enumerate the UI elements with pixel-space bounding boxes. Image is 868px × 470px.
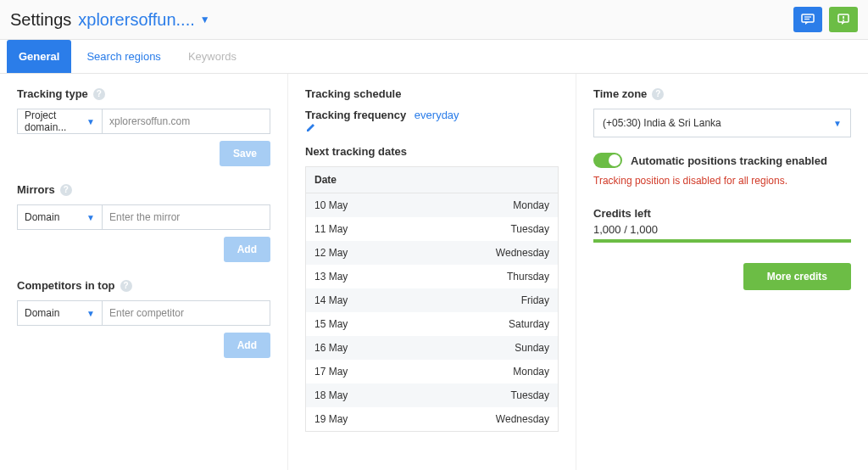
competitors-label: Competitors in top ? <box>17 279 270 292</box>
chat-button[interactable] <box>793 7 822 32</box>
add-mirror-button[interactable]: Add <box>224 237 270 262</box>
add-competitor-button[interactable]: Add <box>224 333 270 358</box>
weekday-cell: Wednesday <box>496 413 549 425</box>
table-row: 19 MayWednesday <box>306 407 558 431</box>
auto-tracking-label: Automatic positions tracking enabled <box>631 154 827 167</box>
competitors-section: Competitors in top ? Domain ▼ Enter comp… <box>17 279 270 358</box>
help-icon[interactable]: ? <box>652 88 664 100</box>
tracking-type-panel: Tracking type ? Project domain... ▼ xplo… <box>0 74 288 470</box>
mirrors-section: Mirrors ? Domain ▼ Enter the mirror Add <box>17 183 270 262</box>
page-title: Settings <box>10 10 71 30</box>
dates-table: Date 10 MayMonday11 MayTuesday12 MayWedn… <box>305 166 559 432</box>
feedback-icon <box>837 13 850 26</box>
mirrors-select-value: Domain <box>25 211 59 223</box>
timezone-value: (+05:30) India & Sri Lanka <box>603 117 721 129</box>
competitors-select-value: Domain <box>25 307 59 319</box>
date-cell: 14 May <box>314 294 348 306</box>
tab-general[interactable]: General <box>7 40 71 73</box>
help-icon[interactable]: ? <box>60 184 72 196</box>
weekday-cell: Saturday <box>509 318 549 330</box>
svg-rect-0 <box>802 14 814 22</box>
date-cell: 15 May <box>314 318 348 330</box>
weekday-cell: Friday <box>521 294 549 306</box>
credits-value: 1,000 / 1,000 <box>593 223 851 236</box>
table-row: 17 MayMonday <box>306 360 558 383</box>
tab-search-regions[interactable]: Search regions <box>75 40 172 73</box>
header-left: Settings xplorersoffun.... ▼ <box>10 10 210 30</box>
weekday-cell: Wednesday <box>496 247 549 259</box>
svg-point-5 <box>843 20 844 21</box>
table-row: 18 MayTuesday <box>306 383 558 407</box>
date-cell: 13 May <box>314 271 348 283</box>
date-cell: 18 May <box>314 389 348 401</box>
mirrors-input[interactable]: Enter the mirror <box>102 204 270 230</box>
tracking-frequency-row: Tracking frequency everyday <box>305 109 559 133</box>
weekday-cell: Tuesday <box>510 223 549 235</box>
competitors-input[interactable]: Enter competitor <box>102 300 270 326</box>
date-cell: 10 May <box>314 199 348 211</box>
tracking-type-section: Tracking type ? Project domain... ▼ xplo… <box>17 87 270 166</box>
chat-icon <box>801 14 815 25</box>
dates-body: 10 MayMonday11 MayTuesday12 MayWednesday… <box>306 193 558 431</box>
competitors-select[interactable]: Domain ▼ <box>17 300 102 326</box>
mirrors-text: Mirrors <box>17 183 55 196</box>
table-row: 11 MayTuesday <box>306 217 558 241</box>
table-row: 12 MayWednesday <box>306 241 558 265</box>
settings-header: Settings xplorersoffun.... ▼ <box>0 0 868 40</box>
date-cell: 12 May <box>314 247 348 259</box>
weekday-cell: Thursday <box>507 271 549 283</box>
table-row: 15 MaySaturday <box>306 312 558 336</box>
feedback-button[interactable] <box>829 7 858 32</box>
help-icon[interactable]: ? <box>120 280 132 292</box>
timezone-credits-panel: Time zone ? (+05:30) India & Sri Lanka ▼… <box>576 74 868 470</box>
table-row: 13 MayThursday <box>306 265 558 288</box>
header-right <box>793 7 858 32</box>
toggle-knob <box>609 154 620 166</box>
chevron-down-icon: ▼ <box>86 117 95 126</box>
more-credits-button[interactable]: More credits <box>743 263 851 290</box>
next-dates-label: Next tracking dates <box>305 145 559 158</box>
weekday-cell: Tuesday <box>510 389 549 401</box>
save-button[interactable]: Save <box>220 141 270 166</box>
table-row: 14 MayFriday <box>306 288 558 312</box>
chevron-down-icon: ▼ <box>833 119 842 128</box>
timezone-label: Time zone ? <box>593 87 851 100</box>
credits-progress-bar <box>593 239 851 243</box>
competitors-text: Competitors in top <box>17 279 115 292</box>
help-icon[interactable]: ? <box>93 88 105 100</box>
tracking-schedule-label: Tracking schedule <box>305 87 559 100</box>
auto-tracking-toggle-row: Automatic positions tracking enabled <box>593 153 851 168</box>
weekday-cell: Monday <box>513 199 549 211</box>
timezone-select[interactable]: (+05:30) India & Sri Lanka ▼ <box>593 109 851 137</box>
chevron-down-icon: ▼ <box>86 309 95 318</box>
mirrors-select[interactable]: Domain ▼ <box>17 204 102 230</box>
date-cell: 17 May <box>314 366 348 378</box>
timezone-text: Time zone <box>593 87 647 100</box>
tracking-frequency-label: Tracking frequency <box>305 109 406 121</box>
pencil-icon <box>305 121 317 133</box>
project-selector-dropdown[interactable]: xplorersoffun.... ▼ <box>78 10 209 30</box>
chevron-down-icon: ▼ <box>86 213 95 222</box>
tracking-frequency-value: everyday <box>415 109 459 121</box>
project-name: xplorersoffun.... <box>78 10 194 30</box>
tabs: General Search regions Keywords <box>0 40 868 74</box>
auto-tracking-toggle[interactable] <box>593 153 622 168</box>
dates-table-header: Date <box>306 167 558 193</box>
weekday-cell: Monday <box>513 366 549 378</box>
table-row: 10 MayMonday <box>306 193 558 217</box>
credits-left-label: Credits left <box>593 207 851 220</box>
tracking-type-select[interactable]: Project domain... ▼ <box>17 109 102 134</box>
chevron-down-icon: ▼ <box>200 14 210 25</box>
tracking-schedule-panel: Tracking schedule Tracking frequency eve… <box>288 74 576 470</box>
tracking-domain-input[interactable]: xplorersoffun.com <box>102 109 270 134</box>
tracking-type-text: Tracking type <box>17 87 88 100</box>
weekday-cell: Sunday <box>515 342 549 354</box>
content-area: Tracking type ? Project domain... ▼ xplo… <box>0 74 868 470</box>
table-row: 16 MaySunday <box>306 336 558 360</box>
date-cell: 19 May <box>314 413 348 425</box>
tracking-disabled-warning: Tracking position is disabled for all re… <box>593 175 851 187</box>
tracking-type-select-value: Project domain... <box>25 109 86 133</box>
tab-keywords: Keywords <box>176 40 248 73</box>
edit-frequency-button[interactable] <box>305 121 559 133</box>
date-cell: 11 May <box>314 223 348 235</box>
